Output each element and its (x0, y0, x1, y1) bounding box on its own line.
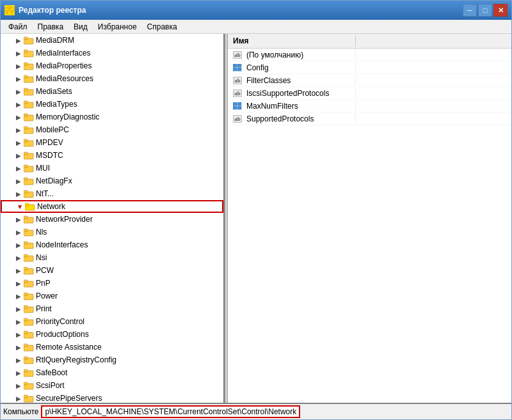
expand-icon[interactable]: ▼ (15, 201, 25, 212)
tree-item[interactable]: ▶ Nsi (1, 251, 223, 264)
expand-icon[interactable]: ▶ (13, 125, 24, 135)
expand-icon[interactable]: ▶ (13, 380, 24, 391)
expand-icon[interactable]: ▶ (13, 176, 24, 186)
tree-item-label: Network (37, 202, 65, 211)
svg-rect-67 (233, 102, 237, 105)
tree-item-label: MediaDRM (36, 36, 74, 45)
svg-rect-52 (24, 331, 28, 334)
svg-rect-63 (233, 64, 237, 67)
svg-rect-69 (233, 106, 237, 109)
tree-item[interactable]: ▶ NtT... (1, 187, 223, 200)
expand-icon[interactable]: ▶ (13, 393, 24, 403)
expand-icon[interactable]: ▶ (13, 137, 24, 148)
tree-item-label: MediaInterfaces (36, 49, 90, 58)
menu-item-правка[interactable]: Правка (33, 21, 69, 33)
minimize-button[interactable]: ─ (463, 4, 477, 17)
expand-icon[interactable]: ▶ (13, 240, 24, 250)
svg-rect-40 (24, 254, 28, 257)
tree-item[interactable]: ▶ MPDEV (1, 136, 223, 149)
registry-row[interactable]: MaxNumFilters (228, 100, 511, 113)
svg-rect-60 (24, 382, 28, 385)
folder-icon (24, 113, 34, 121)
registry-row[interactable]: abIscsiSupportedProtocols (228, 87, 511, 100)
tree-item[interactable]: ▶ NetDiagFx (1, 175, 223, 187)
expand-icon[interactable]: ▶ (13, 265, 24, 276)
expand-icon[interactable]: ▶ (13, 329, 24, 339)
tree-item[interactable]: ▶ MediaDRM (1, 34, 223, 47)
expand-icon[interactable]: ▶ (13, 304, 24, 314)
svg-rect-56 (24, 357, 28, 359)
tree-item[interactable]: ▶ Nls (1, 226, 223, 238)
close-button[interactable]: ✕ (493, 4, 508, 17)
tree-item[interactable]: ▶ MobilePC (1, 123, 223, 136)
tree-item[interactable]: ▶ ProductOptions (1, 328, 223, 341)
svg-rect-44 (24, 280, 28, 283)
expand-icon[interactable]: ▶ (13, 278, 24, 288)
tree-item[interactable]: ▶ Power (1, 290, 223, 302)
registry-row[interactable]: abSupportedProtocols (228, 113, 511, 125)
registry-tree-pane[interactable]: ▶ MediaDRM▶ MediaInterfaces▶ MediaProper… (1, 34, 225, 403)
expand-icon[interactable]: ▶ (13, 368, 24, 378)
tree-item[interactable]: ▶ SecurePipeServers (1, 392, 223, 403)
expand-icon[interactable]: ▶ (13, 35, 24, 45)
menu-item-справка[interactable]: Справка (142, 21, 182, 33)
registry-row[interactable]: ab(По умолчанию) (228, 49, 511, 61)
tree-item[interactable]: ▶ SafeBoot (1, 366, 223, 379)
tree-item-label: SecurePipeServers (36, 394, 102, 403)
expand-icon[interactable]: ▶ (13, 342, 24, 352)
reg-name-text: MaxNumFilters (246, 102, 298, 111)
tree-item[interactable]: ▶ PnP (1, 277, 223, 290)
tree-item[interactable]: ▶ MediaResources (1, 72, 223, 85)
registry-row[interactable]: Config (228, 61, 511, 74)
tree-item[interactable]: ▶ RtlQueryRegistryConfig (1, 354, 223, 366)
tree-item[interactable]: ▶ MSDTC (1, 149, 223, 162)
tree-item[interactable]: ▼ Network (1, 200, 223, 213)
tree-item[interactable]: ▶ PCW (1, 264, 223, 277)
tree-item[interactable]: ▶ PriorityControl (1, 315, 223, 328)
expand-icon[interactable]: ▶ (13, 99, 24, 109)
main-content: ▶ MediaDRM▶ MediaInterfaces▶ MediaProper… (1, 34, 511, 403)
tree-item[interactable]: ▶ MediaTypes (1, 98, 223, 111)
expand-icon[interactable]: ▶ (13, 61, 24, 71)
tree-item[interactable]: ▶ MemoryDiagnostic (1, 111, 223, 123)
tree-item-label: NetworkProvider (36, 215, 93, 224)
tree-item[interactable]: ▶ Remote Assistance (1, 341, 223, 354)
tree-item[interactable]: ▶ Print (1, 302, 223, 315)
menu-item-вид[interactable]: Вид (68, 21, 93, 33)
expand-icon[interactable]: ▶ (13, 48, 24, 58)
tree-item-label: Nsi (36, 253, 47, 262)
expand-icon[interactable]: ▶ (13, 214, 24, 224)
tree-item[interactable]: ▶ NetworkProvider (1, 213, 223, 226)
expand-icon[interactable]: ▶ (13, 163, 24, 173)
expand-icon[interactable]: ▶ (13, 189, 24, 199)
expand-icon[interactable]: ▶ (13, 316, 24, 327)
expand-icon[interactable]: ▶ (13, 291, 24, 301)
expand-icon[interactable]: ▶ (13, 355, 24, 365)
window-title: Редактор реестра (19, 6, 86, 15)
tree-item[interactable]: ▶ NodeInterfaces (1, 238, 223, 251)
tree-item[interactable]: ▶ MUI (1, 162, 223, 175)
menu-item-избранное[interactable]: Избранное (93, 21, 142, 33)
status-prefix: Компьюте (3, 407, 38, 416)
expand-icon[interactable]: ▶ (13, 253, 24, 263)
tree-item-label: ScsiPort (36, 381, 65, 390)
svg-rect-14 (24, 88, 28, 91)
tree-item-label: NodeInterfaces (36, 240, 88, 249)
tree-item[interactable]: ▶ MediaInterfaces (1, 47, 223, 59)
registry-row[interactable]: abFilterClasses (228, 74, 511, 87)
expand-icon[interactable]: ▶ (13, 74, 24, 84)
svg-rect-65 (233, 68, 237, 71)
svg-rect-62 (24, 395, 28, 398)
tree-item-label: MediaResources (36, 74, 93, 83)
tree-item[interactable]: ▶ MediaProperties (1, 59, 223, 72)
svg-rect-6 (24, 37, 28, 40)
maximize-button[interactable]: □ (478, 4, 492, 17)
menu-item-файл[interactable]: Файл (3, 21, 33, 33)
expand-icon[interactable]: ▶ (13, 112, 24, 122)
expand-icon[interactable]: ▶ (13, 150, 24, 160)
tree-item[interactable]: ▶ ScsiPort (1, 379, 223, 392)
title-bar-left: Редактор реестра (4, 5, 86, 15)
expand-icon[interactable]: ▶ (13, 86, 24, 97)
tree-item[interactable]: ▶ MediaSets (1, 85, 223, 98)
expand-icon[interactable]: ▶ (13, 227, 24, 237)
